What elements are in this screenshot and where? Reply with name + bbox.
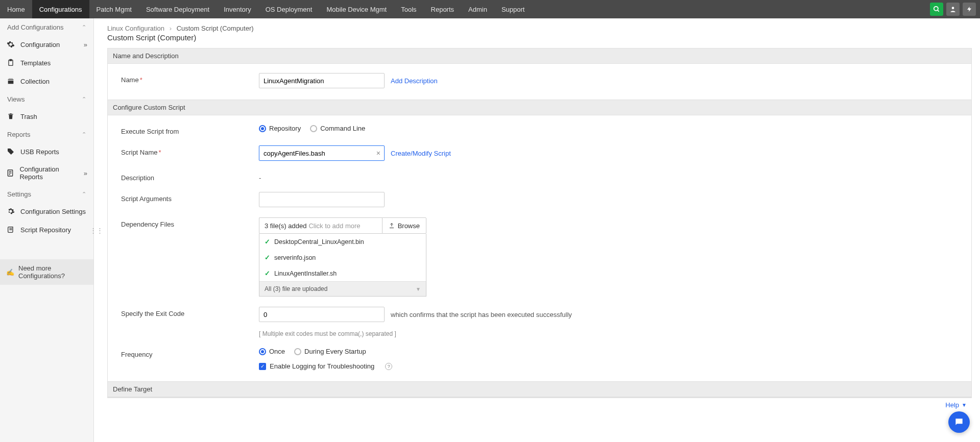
- browse-label: Browse: [398, 222, 420, 230]
- nav-configurations[interactable]: Configurations: [32, 0, 89, 18]
- nav-software-deployment[interactable]: Software Deployment: [139, 0, 217, 18]
- sidebar-section-reports[interactable]: Reports ⌃: [0, 126, 93, 142]
- dependency-files-input[interactable]: 3 file(s) added Click to add more: [259, 217, 382, 234]
- dep-file-item[interactable]: ✓ DesktopCentral_LinuxAgent.bin: [259, 234, 426, 250]
- radio-repository[interactable]: Repository: [259, 125, 301, 132]
- collection-icon: [6, 77, 15, 86]
- dep-files-status[interactable]: All (3) file are uploaded ▼: [259, 281, 426, 296]
- add-description-link[interactable]: Add Description: [391, 77, 438, 85]
- radio-command-line-label: Command Line: [320, 125, 365, 132]
- nav-mobile-device-mgmt[interactable]: Mobile Device Mgmt: [319, 0, 394, 18]
- form-panel: Name and Description Name* Add Descripti…: [107, 48, 972, 398]
- dep-file-name: LinuxAgentInstaller.sh: [274, 270, 337, 277]
- flash-button[interactable]: [963, 3, 976, 16]
- nav-support[interactable]: Support: [494, 0, 532, 18]
- clear-icon[interactable]: ×: [376, 149, 380, 157]
- chevron-right-icon: »: [84, 41, 87, 48]
- create-modify-script-link[interactable]: Create/Modify Script: [391, 150, 451, 157]
- sidebar-item-configuration-settings[interactable]: Configuration Settings: [0, 202, 93, 220]
- sidebar: Add Configurations ⌃ Configuration » Tem…: [0, 18, 94, 442]
- execute-from-radio-group: Repository Command Line: [259, 125, 365, 132]
- section-name-desc: Name and Description: [108, 48, 971, 64]
- name-input[interactable]: [259, 73, 385, 88]
- nav-reports[interactable]: Reports: [424, 0, 462, 18]
- label-dependency-files: Dependency Files: [121, 217, 259, 228]
- sidebar-item-label: Templates: [20, 59, 51, 67]
- chevron-up-icon: ⌃: [82, 24, 86, 31]
- exit-code-help: which confirms that the script has been …: [391, 311, 572, 318]
- trash-icon: [6, 112, 15, 121]
- label-script-name-text: Script Name: [121, 149, 158, 156]
- section-configure: Configure Custom Script: [108, 100, 971, 115]
- radio-once[interactable]: Once: [259, 348, 285, 355]
- required-asterisk: *: [140, 76, 142, 84]
- breadcrumb-parent[interactable]: Linux Configuration: [107, 24, 164, 32]
- sidebar-item-usb-reports[interactable]: USB Reports: [0, 142, 93, 161]
- enable-logging-label: Enable Logging for Troubleshooting: [270, 362, 374, 370]
- page-title: Custom Script (Computer): [107, 33, 972, 42]
- script-arguments-input[interactable]: [259, 192, 385, 207]
- top-nav-left: Home Configurations Patch Mgmt Software …: [0, 0, 532, 18]
- sidebar-section-add-title: Add Configurations: [7, 23, 64, 31]
- check-icon: ✓: [265, 238, 270, 245]
- sidebar-section-add[interactable]: Add Configurations ⌃: [0, 18, 93, 35]
- svg-line-1: [938, 10, 939, 12]
- radio-command-line[interactable]: Command Line: [310, 125, 365, 132]
- sidebar-item-collection[interactable]: Collection: [0, 72, 93, 90]
- frequency-radio-group: Once During Every Startup: [259, 348, 366, 355]
- nav-os-deployment[interactable]: OS Deployment: [258, 0, 320, 18]
- dep-file-item[interactable]: ✓ LinuxAgentInstaller.sh: [259, 265, 426, 281]
- sidebar-section-reports-title: Reports: [7, 131, 31, 138]
- caret-down-icon: ▼: [962, 402, 967, 408]
- radio-once-label: Once: [269, 348, 285, 355]
- sidebar-drag-handle[interactable]: ⋮⋮: [94, 18, 99, 442]
- search-button[interactable]: [930, 3, 943, 16]
- chevron-up-icon: ⌃: [82, 131, 86, 138]
- nav-tools[interactable]: Tools: [394, 0, 423, 18]
- chat-button[interactable]: [948, 411, 970, 433]
- chevron-right-icon: »: [84, 169, 87, 177]
- sidebar-item-templates[interactable]: Templates: [0, 54, 93, 72]
- chevron-right-icon: ›: [170, 24, 172, 32]
- top-nav-right: [930, 3, 976, 16]
- top-nav: Home Configurations Patch Mgmt Software …: [0, 0, 980, 18]
- check-icon: ✓: [265, 269, 270, 277]
- nav-inventory[interactable]: Inventory: [217, 0, 258, 18]
- label-exit-code: Specify the Exit Code: [121, 307, 259, 317]
- clipboard-icon: [6, 58, 15, 67]
- sliders-icon: [6, 207, 15, 216]
- script-name-input[interactable]: [259, 145, 385, 161]
- chevron-up-icon: ⌃: [82, 96, 86, 103]
- nav-patch-mgmt[interactable]: Patch Mgmt: [89, 0, 139, 18]
- browse-button[interactable]: Browse: [382, 217, 426, 234]
- radio-every-startup[interactable]: During Every Startup: [294, 348, 366, 355]
- help-icon[interactable]: ?: [385, 363, 392, 370]
- nav-home[interactable]: Home: [0, 0, 32, 18]
- sidebar-footer-need-more[interactable]: ✍ Need more Configurations?: [0, 259, 93, 285]
- sidebar-section-settings[interactable]: Settings ⌃: [0, 185, 93, 202]
- sidebar-item-trash[interactable]: Trash: [0, 107, 93, 126]
- user-button[interactable]: [946, 3, 960, 16]
- dependency-files-list: ✓ DesktopCentral_LinuxAgent.bin ✓ server…: [259, 234, 426, 297]
- exit-code-hint: [ Multiple exit codes must be comma(,) s…: [259, 330, 963, 337]
- breadcrumb-current: Custom Script (Computer): [177, 24, 254, 32]
- sidebar-item-label: Configuration: [20, 41, 60, 48]
- sidebar-item-configuration[interactable]: Configuration »: [0, 35, 93, 54]
- sidebar-item-label: Trash: [20, 113, 37, 120]
- dep-file-item[interactable]: ✓ serverinfo.json: [259, 250, 426, 265]
- enable-logging-checkbox[interactable]: ✓ Enable Logging for Troubleshooting ?: [259, 362, 392, 370]
- chevron-up-icon: ⌃: [82, 191, 86, 198]
- nav-admin[interactable]: Admin: [461, 0, 494, 18]
- sidebar-item-label: Script Repository: [20, 226, 71, 234]
- dep-files-hint-text: Click to add more: [308, 222, 360, 230]
- help-link[interactable]: Help ▼: [107, 398, 972, 412]
- sidebar-section-views[interactable]: Views ⌃: [0, 90, 93, 107]
- sidebar-item-configuration-reports[interactable]: Configuration Reports »: [0, 161, 93, 185]
- sidebar-item-script-repository[interactable]: Script Repository: [0, 220, 93, 239]
- sidebar-item-label: Collection: [20, 78, 50, 85]
- exit-code-input[interactable]: [259, 307, 385, 322]
- caret-down-icon: ▼: [416, 286, 421, 292]
- user-icon: [949, 6, 957, 13]
- search-icon: [933, 6, 940, 13]
- radio-startup-label: During Every Startup: [304, 348, 366, 355]
